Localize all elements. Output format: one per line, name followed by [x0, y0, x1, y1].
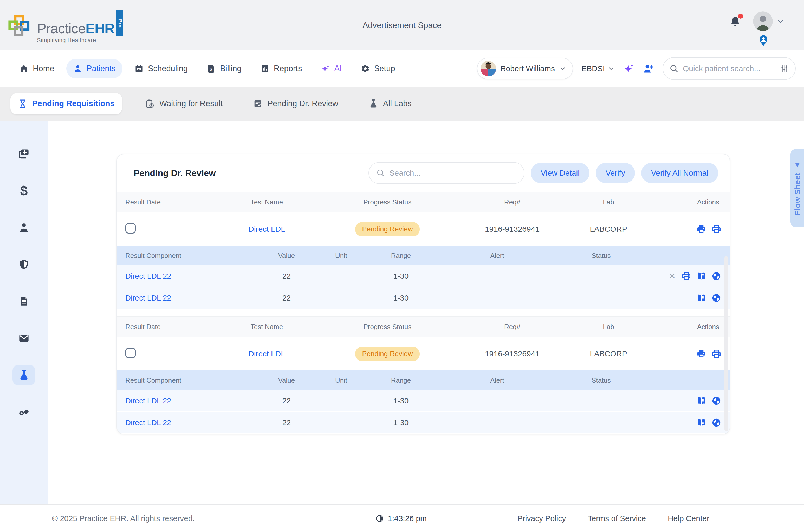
main-area: Pending Dr. Review View Detail Verify Ve… [48, 120, 804, 505]
shield-icon [18, 259, 30, 270]
app-logo[interactable]: PracticeEHR Pro Simplifying Healthcare [8, 11, 123, 44]
add-patient-icon[interactable] [643, 63, 654, 74]
component-range: 1-30 [370, 418, 432, 427]
nav-label: Scheduling [148, 64, 188, 73]
document-icon [18, 296, 30, 307]
search-filters-icon[interactable] [780, 64, 789, 73]
lab-name: LABCORP [575, 349, 642, 358]
table-row: Direct LDL Pending Review 1916-91326941 … [117, 337, 730, 370]
clock-icon [375, 514, 384, 523]
ai-assistant-sparkle-icon[interactable] [623, 63, 635, 74]
print-outline-icon[interactable] [711, 224, 721, 234]
nav-item-home[interactable]: Home [13, 59, 61, 78]
print-filled-icon[interactable] [696, 224, 706, 234]
close-icon[interactable]: ✕ [668, 272, 676, 280]
component-value: 22 [260, 272, 313, 281]
nav-item-scheduling[interactable]: Scheduling [128, 59, 195, 78]
user-avatar[interactable] [753, 12, 773, 31]
verify-all-normal-button[interactable]: Verify All Normal [641, 163, 718, 183]
view-detail-button[interactable]: View Detail [531, 163, 589, 183]
verify-button[interactable]: Verify [596, 163, 635, 183]
tab-label: Waiting for Result [159, 99, 223, 108]
tab-waiting-for-result[interactable]: Waiting for Result [138, 93, 230, 114]
current-time: 1:43:26 pm [388, 514, 427, 523]
logo-tagline: Simplifying Healthcare [37, 37, 123, 44]
sidebar-item-messages[interactable] [13, 328, 35, 348]
component-range: 1-30 [370, 272, 432, 281]
component-link[interactable]: Direct LDL 22 [125, 397, 171, 405]
nav-item-setup[interactable]: Setup [354, 59, 402, 78]
sidebar-item-patient[interactable] [13, 217, 35, 238]
gear-icon [361, 64, 370, 73]
sidebar-item-documents[interactable] [13, 291, 35, 312]
tab-pending-requisitions[interactable]: Pending Requisitions [11, 93, 122, 114]
sidebar-item-optical[interactable] [13, 402, 35, 422]
nav-items: Home Patients Scheduling Billing Reports… [13, 59, 402, 78]
print-outline-icon[interactable] [681, 271, 691, 281]
main-navbar: Home Patients Scheduling Billing Reports… [0, 51, 804, 87]
flow-sheet-label: Flow Sheet [793, 172, 802, 215]
sidebar-item-labs[interactable] [13, 365, 35, 385]
test-name-link[interactable]: Direct LDL [248, 349, 285, 358]
dollar-icon: $ [20, 183, 28, 198]
globe-icon[interactable] [711, 418, 721, 428]
panel-title: Pending Dr. Review [134, 168, 216, 178]
location-pin-user-icon[interactable] [757, 33, 770, 48]
tab-pending-dr-review[interactable]: Pending Dr. Review [245, 93, 345, 114]
billing-icon [206, 64, 216, 73]
component-link[interactable]: Direct LDL 22 [125, 294, 171, 302]
notification-badge [738, 14, 743, 19]
globe-icon[interactable] [711, 396, 721, 406]
reference-book-icon[interactable] [696, 271, 706, 281]
person-icon [18, 222, 30, 233]
footer-clock: 1:43:26 pm [375, 514, 427, 523]
sidebar-item-billing[interactable]: $ [13, 180, 35, 201]
col-actions: Actions [642, 198, 730, 206]
col-value: Value [260, 376, 313, 384]
print-filled-icon[interactable] [696, 349, 706, 359]
reference-book-icon[interactable] [696, 396, 706, 406]
col-result-date: Result Date [117, 198, 208, 206]
flow-sheet-tab[interactable]: Flow Sheet ▴ [790, 149, 804, 227]
site-selector[interactable]: EBDSI [581, 64, 615, 73]
reference-book-icon[interactable] [696, 418, 706, 428]
component-link[interactable]: Direct LDL 22 [125, 418, 171, 427]
logo-name: Practice [37, 20, 86, 36]
user-menu-chevron-icon[interactable] [776, 17, 785, 26]
sidebar-item-health-card[interactable] [13, 144, 35, 164]
notifications-bell-icon[interactable] [729, 16, 742, 28]
provider-selector[interactable]: Robert Williams [477, 58, 573, 79]
nav-item-ai[interactable]: AI [314, 59, 348, 78]
panel-search-input[interactable] [389, 169, 517, 177]
row-checkbox[interactable] [125, 348, 136, 358]
nav-item-billing[interactable]: Billing [200, 59, 248, 78]
result-section: Result Date Test Name Progress Status Re… [117, 192, 730, 309]
footer: © 2025 Practice EHR. All rights reserved… [0, 505, 804, 532]
top-strip: PracticeEHR Pro Simplifying Healthcare A… [0, 0, 804, 51]
nav-right-cluster: Robert Williams EBDSI [477, 57, 796, 80]
panel-scrollbar[interactable] [725, 256, 728, 431]
app-window: PracticeEHR Pro Simplifying Healthcare A… [0, 0, 804, 532]
nav-item-reports[interactable]: Reports [254, 59, 309, 78]
component-link[interactable]: Direct LDL 22 [125, 272, 171, 280]
globe-icon[interactable] [711, 271, 721, 281]
result-component-row: Direct LDL 22 22 1-30 [117, 287, 730, 309]
col-range: Range [370, 252, 432, 260]
top-right-cluster [729, 10, 791, 49]
tab-all-labs[interactable]: All Labs [361, 93, 419, 114]
col-result-component: Result Component [117, 252, 260, 260]
print-outline-icon[interactable] [711, 349, 721, 359]
nav-item-patients[interactable]: Patients [66, 59, 123, 78]
chevron-down-icon [559, 65, 566, 72]
test-name-link[interactable]: Direct LDL [248, 225, 285, 233]
terms-of-service-link[interactable]: Terms of Service [588, 514, 646, 523]
row-checkbox[interactable] [125, 223, 136, 233]
help-center-link[interactable]: Help Center [668, 514, 709, 523]
tab-label: All Labs [383, 99, 412, 108]
col-unit: Unit [313, 252, 370, 260]
sidebar-item-insurance[interactable] [13, 254, 35, 275]
globe-icon[interactable] [711, 293, 721, 303]
privacy-policy-link[interactable]: Privacy Policy [517, 514, 566, 523]
quick-patient-search-input[interactable] [683, 64, 775, 73]
reference-book-icon[interactable] [696, 293, 706, 303]
